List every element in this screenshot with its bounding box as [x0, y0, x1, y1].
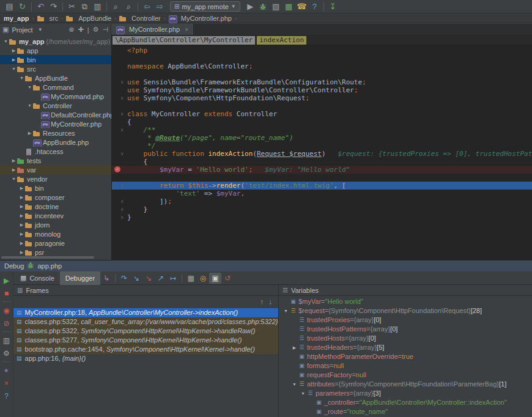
- profiler-icon[interactable]: ▩: [283, 1, 295, 12]
- tree-item-mycontroller-php[interactable]: MyController.php: [0, 119, 111, 128]
- editor-gutter[interactable]: [112, 62, 125, 70]
- chevron-expanded-icon[interactable]: ▼: [26, 103, 33, 108]
- undo-icon[interactable]: ↶: [34, 1, 47, 12]
- editor-gutter[interactable]: [112, 54, 125, 62]
- variable-row-_controller[interactable]: ▣_controller = "AppBundle\Controller\MyC…: [279, 398, 532, 407]
- forward-icon[interactable]: ⇨: [153, 1, 166, 12]
- step-over-icon[interactable]: ↷: [118, 273, 130, 284]
- copy-icon[interactable]: ⧉: [78, 1, 91, 12]
- save-icon[interactable]: ▤: [3, 1, 16, 12]
- editor-gutter[interactable]: ∨: [112, 126, 125, 134]
- chevron-expanded-icon[interactable]: ▼: [10, 177, 17, 181]
- chevron-collapsed-icon[interactable]: ▶: [18, 250, 25, 255]
- remove-layout-icon[interactable]: ↺: [221, 273, 234, 284]
- chevron-expanded-icon[interactable]: ▼: [26, 85, 33, 89]
- breadcrumb-item-mycontroller-php[interactable]: MyController.php: [169, 15, 232, 22]
- step-into-icon[interactable]: ↘: [130, 273, 142, 284]
- previous-frame-icon[interactable]: ↑: [260, 298, 264, 306]
- tree-item-var[interactable]: ▶var: [0, 165, 111, 174]
- restore-layout-icon[interactable]: ▥: [0, 334, 13, 347]
- chevron-collapsed-icon[interactable]: ▶: [18, 223, 25, 227]
- tree-item--htaccess[interactable]: .htaccess: [0, 147, 111, 156]
- next-frame-icon[interactable]: ↓: [268, 298, 272, 306]
- tree-item-vendor[interactable]: ▼vendor: [0, 174, 111, 183]
- layout-settings-icon[interactable]: ▣: [209, 273, 221, 284]
- variable-row-parameters[interactable]: ▼☰parameters = {array} [3]: [279, 389, 532, 398]
- replace-icon[interactable]: ⌕: [122, 1, 135, 12]
- run-config-dropdown[interactable]: ⊞my_app remote▼: [170, 1, 240, 12]
- editor-gutter[interactable]: ∧: [112, 197, 125, 205]
- chevron-collapsed-icon[interactable]: ▶: [18, 232, 25, 237]
- editor-gutter[interactable]: ∧: [112, 205, 125, 213]
- resume-icon[interactable]: ▶: [0, 274, 13, 287]
- tree-item-my_app[interactable]: ▼my_app(/home/user/my_app): [0, 37, 111, 46]
- variable-row-trustedProxies[interactable]: ☰trustedProxies = {array} [0]: [279, 316, 532, 325]
- stack-frame[interactable]: ▤app.php:16, {main}(): [13, 354, 278, 363]
- evaluate-expression-icon[interactable]: ▦: [185, 273, 197, 284]
- hide-panel-icon[interactable]: ⊣: [102, 26, 108, 34]
- debug-tab-debugger[interactable]: Debugger: [60, 271, 100, 285]
- variable-row-attributes[interactable]: ▼☰attributes = {Symfony\Component\HttpFo…: [279, 380, 532, 389]
- paste-icon[interactable]: ▥: [91, 1, 104, 12]
- editor-gutter[interactable]: ∨: [112, 182, 125, 190]
- editor-gutter[interactable]: [112, 46, 125, 54]
- breadcrumb-item-controller[interactable]: Controller: [119, 15, 161, 22]
- variable-row-httpMethodParameterOverride[interactable]: ▣httpMethodParameterOverride = true: [279, 352, 532, 361]
- tree-item-monolog[interactable]: ▶monolog: [0, 229, 111, 238]
- tree-item-command[interactable]: ▼Command: [0, 83, 111, 92]
- editor-gutter[interactable]: [112, 102, 125, 110]
- locate-file-icon[interactable]: ⊗: [68, 26, 74, 34]
- tree-item-doctrine[interactable]: ▶doctrine: [0, 202, 111, 211]
- chevron-collapsed-icon[interactable]: ▶: [10, 48, 17, 53]
- breadcrumb-item-src[interactable]: src: [37, 15, 59, 22]
- tree-item-incenteev[interactable]: ▶incenteev: [0, 211, 111, 220]
- breakpoint-icon[interactable]: ✓: [114, 166, 120, 172]
- pin-tab-icon[interactable]: ⌖: [0, 364, 13, 377]
- tab-mycontroller[interactable]: MyController.php ×: [111, 24, 194, 35]
- variable-row-trustedHostPatterns[interactable]: ☰trustedHostPatterns = {array} [0]: [279, 325, 532, 334]
- editor-gutter[interactable]: [112, 134, 125, 142]
- chevron-expanded-icon[interactable]: ▼: [2, 39, 9, 43]
- variable-row-trustedHeaders[interactable]: ▶☰trustedHeaders = {array} [5]: [279, 343, 532, 352]
- stack-frame[interactable]: ▤classes.php:5322, Symfony\Component\Htt…: [13, 327, 278, 336]
- chevron-collapsed-icon[interactable]: ▶: [18, 195, 25, 200]
- help-icon[interactable]: ?: [0, 389, 13, 402]
- debug-tab-console[interactable]: ▦Console: [15, 271, 60, 285]
- chevron-expanded-icon[interactable]: ▼: [283, 306, 289, 316]
- variable-row-request[interactable]: ▼☰$request = {Symfony\Component\HttpFoun…: [279, 306, 532, 316]
- step-out-icon[interactable]: ↗: [155, 273, 167, 284]
- chevron-collapsed-icon[interactable]: ▶: [10, 158, 17, 163]
- editor-gutter[interactable]: ∧: [112, 213, 125, 221]
- tree-item-mycommand-php[interactable]: MyCommand.php: [0, 92, 111, 101]
- editor-gutter[interactable]: [112, 118, 125, 126]
- variable-row-_route[interactable]: ▣_route = "route_name": [279, 407, 532, 416]
- chevron-collapsed-icon[interactable]: ▶: [18, 186, 25, 191]
- breadcrumb-item-appbundle[interactable]: AppBundle: [66, 15, 111, 22]
- chevron-expanded-icon[interactable]: ▼: [300, 389, 306, 398]
- variable-row-trustedHosts[interactable]: ☰trustedHosts = {array} [0]: [279, 334, 532, 343]
- stack-frame[interactable]: ▤bootstrap.php.cache:1454, Symfony\Compo…: [13, 345, 278, 354]
- collapse-all-icon[interactable]: ✚: [78, 26, 83, 34]
- back-icon[interactable]: ⇦: [141, 1, 153, 12]
- breadcrumb-method-chip[interactable]: indexAction: [257, 36, 306, 45]
- chevron-collapsed-icon[interactable]: ▶: [291, 343, 298, 352]
- tree-item-appbundle[interactable]: ▼AppBundle: [0, 73, 111, 83]
- editor-gutter[interactable]: ∨: [112, 150, 125, 158]
- tree-item-src[interactable]: ▼src: [0, 64, 111, 73]
- watches-icon[interactable]: ◎: [197, 273, 209, 284]
- tree-item-appbundle-php[interactable]: AppBundle.php: [0, 138, 111, 147]
- coverage-icon[interactable]: ▨: [270, 1, 283, 12]
- editor-gutter[interactable]: [112, 174, 125, 182]
- editor-gutter[interactable]: ∨: [112, 78, 125, 86]
- editor-gutter[interactable]: [112, 70, 125, 78]
- code-editor[interactable]: \AppBundle\Controller\MyControllerindexA…: [111, 35, 532, 260]
- tree-item-composer[interactable]: ▶composer: [0, 193, 111, 202]
- tree-item-bin[interactable]: ▶bin: [0, 55, 111, 64]
- tree-item-jdorn[interactable]: ▶jdorn: [0, 220, 111, 229]
- force-step-into-icon[interactable]: ↘: [142, 273, 155, 284]
- stack-frame[interactable]: ▤classes.php:5277, Symfony\Component\Htt…: [13, 336, 278, 345]
- update-icon[interactable]: ↧: [327, 1, 339, 12]
- chevron-collapsed-icon[interactable]: ▶: [10, 57, 17, 62]
- chevron-expanded-icon[interactable]: ▼: [291, 380, 298, 389]
- tree-item-defaultcontroller-php[interactable]: DefaultController.php: [0, 110, 111, 119]
